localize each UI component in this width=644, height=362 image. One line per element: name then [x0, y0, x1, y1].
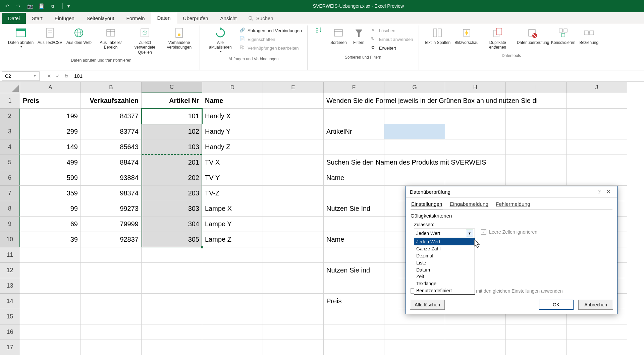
- allow-option[interactable]: Benutzerdefiniert: [414, 287, 475, 294]
- clear-all-button[interactable]: Alle löschen: [410, 300, 445, 310]
- tab-layout[interactable]: Seitenlayout: [80, 13, 120, 24]
- cancel-button[interactable]: Abbrechen: [578, 300, 613, 310]
- cell-D1[interactable]: Name: [202, 93, 263, 109]
- cell-C14[interactable]: [142, 294, 202, 309]
- filter-button[interactable]: Filtern: [349, 25, 369, 52]
- cell-G2[interactable]: [384, 109, 445, 124]
- cell-E2[interactable]: [263, 109, 324, 124]
- cell-D12[interactable]: [202, 263, 263, 278]
- cell-D15[interactable]: [202, 309, 263, 324]
- cell-B2[interactable]: 84377: [81, 109, 142, 124]
- cell-C3[interactable]: 102: [142, 124, 202, 139]
- cell-A6[interactable]: 599: [20, 170, 81, 186]
- cell-D11[interactable]: [202, 247, 263, 263]
- cell-E15[interactable]: [263, 309, 324, 324]
- allow-dropdown-list[interactable]: Jeden WertGanze ZahlDezimalListeDatumZei…: [414, 238, 475, 295]
- tab-input-message[interactable]: Eingabemeldung: [449, 200, 489, 209]
- allow-combobox[interactable]: Jeden Wert ▼: [414, 229, 475, 238]
- col-header-E[interactable]: E: [263, 82, 324, 93]
- cell-D5[interactable]: TV X: [202, 155, 263, 170]
- row-header-2[interactable]: 2: [0, 109, 20, 124]
- cell-C11[interactable]: [142, 247, 202, 263]
- tab-file[interactable]: Datei: [2, 13, 26, 24]
- cell-G4[interactable]: [384, 139, 445, 155]
- cell-A7[interactable]: 359: [20, 186, 81, 201]
- chevron-down-icon[interactable]: ▼: [466, 230, 473, 237]
- cell-F6[interactable]: Name: [324, 170, 384, 186]
- relationships-button[interactable]: Beziehung: [577, 25, 600, 51]
- cell-F8[interactable]: Nutzen Sie Ind: [324, 201, 384, 217]
- cell-H3[interactable]: [445, 124, 506, 139]
- cell-E5[interactable]: [263, 155, 324, 170]
- row-header-6[interactable]: 6: [0, 170, 20, 186]
- save-icon[interactable]: 💾: [38, 2, 45, 10]
- cell-E9[interactable]: [263, 217, 324, 232]
- allow-option[interactable]: Datum: [414, 266, 475, 274]
- cell-G6[interactable]: [384, 170, 445, 186]
- cell-C15[interactable]: [142, 309, 202, 324]
- help-icon[interactable]: ?: [594, 189, 604, 195]
- cell-G16[interactable]: [384, 324, 445, 340]
- cell-B6[interactable]: 93884: [81, 170, 142, 186]
- row-header-5[interactable]: 5: [0, 155, 20, 170]
- col-header-F[interactable]: F: [324, 82, 384, 93]
- cell-E7[interactable]: [263, 186, 324, 201]
- enter-formula-icon[interactable]: ✓: [53, 72, 62, 80]
- from-table-button[interactable]: Aus Tabelle/ Bereich: [94, 25, 128, 55]
- cell-E4[interactable]: [263, 139, 324, 155]
- cell-F2[interactable]: [324, 109, 384, 124]
- row-header-16[interactable]: 16: [0, 324, 20, 340]
- col-header-G[interactable]: G: [384, 82, 445, 93]
- cell-D14[interactable]: [202, 294, 263, 309]
- cell-B13[interactable]: [81, 278, 142, 294]
- camera-icon[interactable]: 📷: [26, 2, 34, 10]
- cell-F15[interactable]: [324, 309, 384, 324]
- cell-F9[interactable]: [324, 217, 384, 232]
- refresh-all-button[interactable]: Alle aktualisieren▾: [203, 25, 237, 54]
- data-validation-button[interactable]: Datenüberprüfung: [515, 25, 549, 51]
- cell-B3[interactable]: 83774: [81, 124, 142, 139]
- cell-I3[interactable]: [506, 124, 567, 139]
- qat-customize-icon[interactable]: ▾: [65, 2, 72, 10]
- from-csv-button[interactable]: Aus Text/CSV: [36, 25, 64, 55]
- row-header-17[interactable]: 17: [0, 340, 20, 355]
- cell-D2[interactable]: Handy X: [202, 109, 263, 124]
- allow-option[interactable]: Liste: [414, 259, 475, 266]
- cell-I2[interactable]: [506, 109, 567, 124]
- cell-F11[interactable]: [324, 247, 384, 263]
- text-to-columns-button[interactable]: Text in Spalten: [422, 25, 453, 51]
- cell-F7[interactable]: [324, 186, 384, 201]
- col-header-I[interactable]: I: [506, 82, 567, 93]
- tab-review[interactable]: Überprüfen: [177, 13, 214, 24]
- tab-error-alert[interactable]: Fehlermeldung: [495, 200, 531, 209]
- allow-option[interactable]: Jeden Wert: [414, 238, 475, 245]
- cell-I16[interactable]: [506, 324, 567, 340]
- redo-icon[interactable]: ↷: [15, 2, 22, 10]
- cell-D17[interactable]: [202, 340, 263, 355]
- select-all-corner[interactable]: [0, 82, 20, 93]
- cell-D7[interactable]: TV-Z: [202, 186, 263, 201]
- cell-C1[interactable]: Artikel Nr: [142, 93, 202, 109]
- cell-E6[interactable]: [263, 170, 324, 186]
- remove-duplicates-button[interactable]: Duplikate entfernen: [481, 25, 515, 51]
- row-header-15[interactable]: 15: [0, 309, 20, 324]
- cell-B12[interactable]: [81, 263, 142, 278]
- cell-C2[interactable]: 101: [142, 109, 202, 124]
- cell-F5[interactable]: Suchen Sie den Namen des Produkts mit SV…: [324, 155, 384, 170]
- undo-icon[interactable]: ↶: [3, 2, 11, 10]
- allow-option[interactable]: Dezimal: [414, 252, 475, 259]
- cell-C16[interactable]: [142, 324, 202, 340]
- sort-button[interactable]: Sortieren: [328, 25, 349, 52]
- row-header-9[interactable]: 9: [0, 217, 20, 232]
- cell-H4[interactable]: [445, 139, 506, 155]
- cell-C12[interactable]: [142, 263, 202, 278]
- cell-E10[interactable]: [263, 232, 324, 247]
- cell-I6[interactable]: [506, 170, 567, 186]
- cell-A1[interactable]: Preis: [20, 93, 81, 109]
- cell-D16[interactable]: [202, 324, 263, 340]
- col-header-A[interactable]: A: [20, 82, 81, 93]
- cell-C4[interactable]: 103: [142, 139, 202, 155]
- flash-fill-button[interactable]: Blitzvorschau: [452, 25, 480, 51]
- cell-F16[interactable]: [324, 324, 384, 340]
- cell-B16[interactable]: [81, 324, 142, 340]
